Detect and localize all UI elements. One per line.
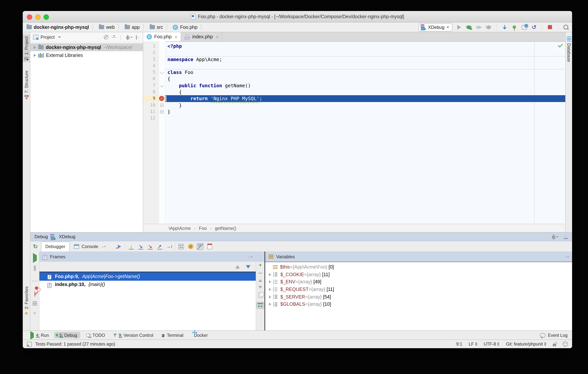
search-everywhere-button[interactable] [563,24,569,30]
variable-row[interactable]: 123$_SERVER = {array} [54] [265,293,572,301]
close-window-button[interactable] [27,14,32,20]
more-actions-button[interactable]: » [33,310,36,316]
editor-tab-foo-php[interactable]: C Foo.php × [143,32,181,41]
run-configuration-select[interactable]: XDebug [419,23,452,31]
run-button[interactable] [456,24,462,30]
collapse-all-button[interactable] [112,35,116,39]
line-number[interactable]: 3 [143,56,159,63]
step-out-button[interactable]: ↗ [155,242,164,250]
add-watch-button[interactable]: + [259,263,262,267]
pause-button[interactable] [33,265,36,271]
step-into-button[interactable]: ↘ [136,242,146,250]
tool-window-button-todo[interactable]: 6: TODO [82,332,108,338]
line-number[interactable]: 10 [143,102,159,109]
remove-watch-button[interactable] [258,273,262,274]
code-line[interactable]: 3namespace App\Acme; [143,56,565,63]
listen-debug-connections-button[interactable] [485,24,492,30]
code-line[interactable]: 1<?php [143,43,565,49]
frame-row[interactable]: index.php:10, {main}() [39,281,256,289]
select-opened-file-button[interactable] [104,35,108,39]
step-over-button[interactable]: ↓ [126,242,136,250]
tool-window-button-debug[interactable]: 5: Debug [54,332,80,338]
tool-window-button-docker[interactable]: Docker [189,332,211,338]
expand-arrow-icon[interactable] [267,273,273,276]
restore-layout-button[interactable] [205,242,214,250]
tool-window-button-run[interactable]: 4: Run [27,332,52,338]
run-to-cursor-button[interactable]: →I [164,242,174,250]
run-with-coverage-button[interactable]: ▶▶ [475,24,482,30]
layout-settings-button[interactable] [32,302,37,305]
read-only-lock-icon[interactable] [553,343,556,346]
code-line[interactable]: 7 public function getName() [143,82,565,89]
code-line[interactable]: 10 } [143,102,565,109]
line-number[interactable]: 7 [143,82,159,89]
expand-arrow-icon[interactable] [267,303,273,306]
variable-row[interactable]: $this = {App\Acme\Foo} [0] [265,263,572,271]
force-step-into-button[interactable]: ↘ [146,242,155,250]
editor-breadcrumb-item[interactable]: \App\Acme [168,225,191,231]
previous-frame-button[interactable] [235,265,240,268]
project-settings-button[interactable] [126,35,133,39]
code-line[interactable]: 2 [143,49,565,56]
tab-console[interactable]: Console →▪ [70,242,110,251]
project-view-chevron-icon[interactable] [58,36,61,38]
tab-debugger[interactable]: Debugger [41,242,70,251]
resume-button[interactable] [33,255,37,261]
tool-window-button-favorites[interactable]: 2: Favorites ★ [23,285,30,318]
code-line[interactable]: 9✓ return 'Nginx PHP MySQL'; [143,95,565,102]
fold-marker-icon[interactable] [159,109,165,115]
fold-marker-icon[interactable] [159,102,165,109]
variables-options-icon[interactable]: →▪ [564,254,569,259]
hide-debug-panel-button[interactable] [564,235,568,239]
close-tab-icon[interactable]: × [216,34,219,40]
tool-window-button-project[interactable]: 1: Project [23,34,30,62]
line-separator-widget[interactable]: LF [469,342,477,346]
git-branch-widget[interactable]: Git: feature/phpunit [506,342,546,346]
fold-marker-icon[interactable] [159,82,165,89]
tool-window-switcher-icon[interactable] [27,341,32,347]
encoding-widget[interactable]: UTF-8 [484,342,499,346]
breadcrumb-item[interactable]: docker-nginx-php-mysql [26,24,90,30]
hide-panel-button[interactable] [136,35,140,39]
code-line[interactable]: 11} [143,109,565,115]
move-watch-down-button[interactable] [258,286,262,289]
code-line[interactable]: 4 [143,63,565,69]
line-number[interactable]: 11 [143,109,159,115]
breadcrumb-item[interactable]: src [149,24,164,30]
variable-row[interactable]: 123$GLOBALS = {array} [10] [265,301,572,308]
editor-breadcrumb-item[interactable]: getName() [215,225,236,231]
code-line[interactable]: 8 { [143,89,565,95]
expand-arrow-icon[interactable] [34,46,36,49]
breadcrumb-item[interactable]: CFoo.php [172,24,198,30]
debug-settings-button[interactable] [551,235,558,239]
expand-arrow-icon[interactable] [267,280,273,283]
editor-breadcrumb-item[interactable]: Foo [199,225,207,231]
status-message[interactable]: Tests Passed: 1 passed (27 minutes ago) [35,342,115,346]
variable-row[interactable]: 123$_COOKIE = {array} [11] [265,271,572,278]
show-values-inline-button[interactable]: @ [186,242,196,250]
minimize-window-button[interactable] [35,14,41,20]
close-tab-icon[interactable]: × [175,34,178,40]
line-number[interactable]: 9 [143,95,159,102]
rerun-button[interactable]: ↻ [33,243,38,250]
show-execution-point-button[interactable]: ➤ [115,242,124,250]
breadcrumb-item[interactable]: web [98,24,116,30]
line-number[interactable]: 2 [143,49,159,56]
zoom-window-button[interactable] [43,14,49,20]
code-line[interactable]: 12 [143,115,565,122]
breadcrumb-item[interactable]: app [124,24,141,30]
project-tree-root-row[interactable]: docker-nginx-php-mysql ~/Workspace/ [30,43,143,51]
move-watch-up-button[interactable] [258,279,262,282]
line-number[interactable]: 12 [143,115,159,122]
highlighting-level-icon[interactable] [563,341,568,347]
event-log-button[interactable]: Event Log [540,333,567,337]
expand-arrow-icon[interactable] [34,54,36,57]
editor-tab-index-php[interactable]: index.php × [181,32,223,41]
frames-options-icon[interactable]: →▪ [247,254,252,259]
fold-marker-icon[interactable] [159,69,165,76]
code-editor[interactable]: 1<?php23namespace App\Acme;45class Foo6{… [143,41,565,224]
tool-window-button-structure[interactable]: 7: Structure [23,69,30,101]
next-frame-button[interactable] [246,265,251,268]
caret-position-widget[interactable]: 9:1 [456,342,462,346]
variable-row[interactable]: 123$_REQUEST = {array} [11] [265,286,572,293]
